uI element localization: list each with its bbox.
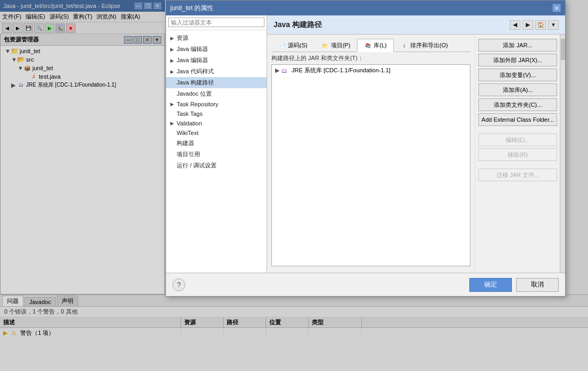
- cp-item-jre[interactable]: ▶ 🗂 JRE 系统库 [CDC-1.1/Foundation-1.1]: [272, 65, 470, 76]
- cp-arrow-jre: ▶: [275, 67, 281, 74]
- dialog-nav-list: ▶ 资源 ▶ Java 编辑器 ▶ Java 编辑器 ▶ Java 代码样式: [166, 30, 267, 273]
- properties-dialog: junit_tet 的属性 ✕ ▶ 资源 ▶ Java 编辑器: [165, 0, 566, 297]
- ok-button[interactable]: 确定: [469, 278, 512, 292]
- nav-home-button[interactable]: 🏠: [535, 20, 546, 30]
- tab-order-export[interactable]: ↕ 排序和导出(O): [394, 39, 455, 52]
- tab-order-label: 排序和导出(O): [410, 41, 448, 49]
- nav-item-resources[interactable]: ▶ 资源: [166, 32, 267, 44]
- dialog-body: ▶ 资源 ▶ Java 编辑器 ▶ Java 编辑器 ▶ Java 代码样式: [166, 15, 565, 273]
- add-variable-button[interactable]: 添加变量(V)...: [478, 69, 557, 81]
- dialog-tabs: 📄 源码(S) 📁 项目(P) 📚 库(L): [271, 39, 470, 52]
- nav-item-run-debug[interactable]: 运行 / 调试设置: [166, 160, 267, 171]
- footer-action-buttons: 确定 取消: [469, 278, 559, 292]
- filter-input[interactable]: [168, 18, 264, 27]
- tab-libraries-label: 库(L): [374, 41, 386, 49]
- nav-item-javadoc-location[interactable]: Javadoc 位置: [166, 88, 267, 99]
- nav-item-java-editor2[interactable]: ▶ Java 编辑器: [166, 55, 267, 66]
- add-external-jar-button[interactable]: 添加外部 JAR(X)...: [478, 54, 557, 66]
- add-class-folder-button[interactable]: 添加类文件夹(C)...: [478, 98, 557, 111]
- tab-source[interactable]: 📄 源码(S): [271, 39, 314, 52]
- tab-projects-label: 项目(P): [331, 41, 351, 49]
- dialog-right-content: 📄 源码(S) 📁 项目(P) 📚 库(L): [267, 35, 565, 273]
- nav-forward-button[interactable]: ▶: [523, 20, 533, 30]
- add-library-button[interactable]: 添加库(A)...: [478, 83, 557, 96]
- dialog-right-title: Java 构建路径: [274, 20, 322, 30]
- btn-separator-1: [478, 128, 557, 131]
- nav-item-wikitext[interactable]: WikiText: [166, 128, 267, 138]
- dialog-right-header: Java 构建路径 ◀ ▶ 🏠 ▼: [267, 15, 565, 35]
- nav-item-task-repository[interactable]: ▶ Task Repository: [166, 99, 267, 109]
- classpath-label: 构建路径上的 JAR 和类文件夹(T)：: [271, 54, 470, 62]
- nav-label-validation: Validation: [177, 120, 202, 127]
- nav-label-java-codestyle: Java 代码样式: [177, 68, 214, 75]
- dialog-filter: [166, 15, 267, 30]
- nav-item-java-codestyle[interactable]: ▶ Java 代码样式: [166, 66, 267, 77]
- nav-label-resources: 资源: [177, 34, 188, 42]
- cancel-button[interactable]: 取消: [516, 278, 559, 292]
- cp-label-jre: JRE 系统库 [CDC-1.1/Foundation-1.1]: [292, 66, 391, 74]
- help-button[interactable]: ?: [172, 279, 185, 291]
- nav-arrow-java-codestyle: ▶: [170, 69, 176, 74]
- dialog-main-area: 📄 源码(S) 📁 项目(P) 📚 库(L): [267, 35, 475, 273]
- nav-item-java-editor1[interactable]: ▶ Java 编辑器: [166, 44, 267, 55]
- dialog-overlay: junit_tet 的属性 ✕ ▶ 资源 ▶ Java 编辑器: [0, 0, 588, 371]
- nav-label-wikitext: WikiText: [177, 130, 198, 136]
- nav-back-button[interactable]: ◀: [510, 20, 520, 30]
- nav-arrow-validation: ▶: [170, 121, 176, 126]
- order-tab-icon: ↕: [401, 43, 408, 49]
- nav-arrow-java-editor2: ▶: [170, 58, 176, 63]
- dialog-right-panel: Java 构建路径 ◀ ▶ 🏠 ▼ 📄: [267, 15, 565, 273]
- nav-label-java-editor2: Java 编辑器: [177, 56, 208, 64]
- nav-label-java-editor1: Java 编辑器: [177, 45, 208, 53]
- nav-item-java-buildpath[interactable]: Java 构建路径: [166, 77, 267, 88]
- nav-dropdown-button[interactable]: ▼: [548, 20, 559, 30]
- dialog-nav-panel: ▶ 资源 ▶ Java 编辑器 ▶ Java 编辑器 ▶ Java 代码样式: [166, 15, 267, 273]
- nav-arrow-resources: ▶: [170, 36, 176, 41]
- libraries-tab-icon: 📚: [364, 43, 371, 49]
- nav-label-task-repository: Task Repository: [177, 101, 218, 107]
- tab-source-label: 源码(S): [288, 41, 308, 49]
- nav-label-project-ref: 项目引用: [177, 150, 200, 158]
- dialog-buttons-panel: 添加 JAR... 添加外部 JAR(X)... 添加变量(V)... 添加库(…: [475, 35, 560, 273]
- cp-jar-icon: 🗂: [281, 68, 290, 74]
- classpath-tree: ▶ 🗂 JRE 系统库 [CDC-1.1/Foundation-1.1]: [271, 64, 470, 266]
- nav-label-run-debug: 运行 / 调试设置: [177, 162, 217, 170]
- migrate-jar-button[interactable]: 迁移 JAR 文件...: [478, 168, 557, 181]
- nav-label-java-buildpath: Java 构建路径: [177, 79, 214, 87]
- nav-item-task-tags[interactable]: Task Tags: [166, 109, 267, 119]
- nav-arrow-task-repository: ▶: [170, 102, 176, 107]
- projects-tab-icon: 📁: [321, 43, 329, 49]
- source-tab-icon: 📄: [278, 43, 286, 49]
- vertical-scrollbar[interactable]: [560, 35, 565, 273]
- edit-button[interactable]: 编辑(E)...: [478, 133, 557, 146]
- scrollbar-thumb: [561, 39, 565, 60]
- nav-label-builders: 构建器: [177, 139, 194, 147]
- dialog-close-button[interactable]: ✕: [552, 4, 561, 12]
- nav-item-project-ref[interactable]: 项目引用: [166, 149, 267, 160]
- nav-label-task-tags: Task Tags: [177, 111, 203, 117]
- nav-item-builders[interactable]: 构建器: [166, 138, 267, 149]
- nav-item-validation[interactable]: ▶ Validation: [166, 119, 267, 128]
- tab-libraries[interactable]: 📚 库(L): [357, 39, 393, 52]
- btn-separator-2: [478, 163, 557, 166]
- dialog-footer: ? 确定 取消: [166, 273, 565, 296]
- nav-label-javadoc-location: Javadoc 位置: [177, 90, 212, 98]
- add-external-class-folder-button[interactable]: Add External Class Folder...: [478, 113, 557, 126]
- add-jar-button[interactable]: 添加 JAR...: [478, 39, 557, 52]
- nav-arrow-java-editor1: ▶: [170, 47, 176, 52]
- dialog-titlebar: junit_tet 的属性 ✕: [166, 1, 565, 15]
- dialog-title: junit_tet 的属性: [170, 4, 213, 13]
- tab-projects[interactable]: 📁 项目(P): [314, 39, 358, 52]
- remove-button[interactable]: 移除(R): [478, 148, 557, 161]
